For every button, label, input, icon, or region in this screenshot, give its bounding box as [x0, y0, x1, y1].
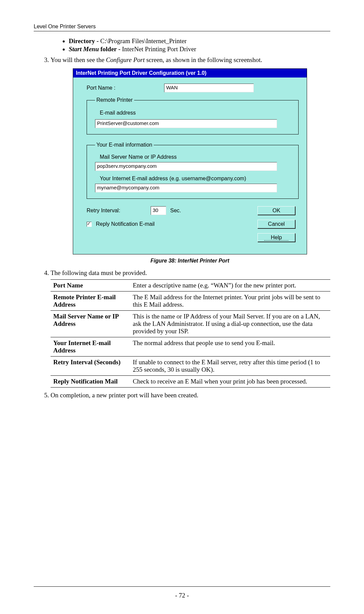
group-your-email: Your E-mail information Mail Server Name…: [87, 142, 299, 199]
bullet-directory: Directory - C:\Program Files\Internet_Pr…: [69, 37, 330, 45]
port-name-label: Port Name :: [87, 85, 164, 91]
retry-label: Retry Interval:: [87, 208, 151, 214]
header-rule: [34, 31, 330, 31]
table-row: Mail Server Name or IP AddressThis is th…: [51, 311, 330, 337]
step-5: On completion, a new printer port will h…: [51, 392, 330, 399]
table-row: Remote Printer E-mail AddressThe E Mail …: [51, 291, 330, 311]
remote-email-label: E-mail address: [100, 110, 292, 116]
reply-label: Reply Notification E-mail: [96, 221, 154, 227]
yourmail-label: Your Internet E-mail address (e.g. usern…: [100, 176, 292, 182]
table-row: Retry Interval (Seconds)If unable to con…: [51, 357, 330, 376]
bullet-label-rest: folder -: [99, 45, 122, 53]
reply-checkbox[interactable]: [87, 222, 92, 227]
step-3: You will then see the Configure Port scr…: [51, 56, 330, 264]
group-remote-printer: Remote Printer E-mail address PrintServe…: [87, 97, 299, 134]
remote-email-input[interactable]: PrintServer@customer.com: [95, 119, 277, 128]
step-4: The following data must be provided. Por…: [51, 269, 330, 388]
port-name-input[interactable]: WAN: [164, 84, 254, 92]
document-page: Level One Printer Servers Directory - C:…: [0, 0, 364, 614]
group-your-legend: Your E-mail information: [95, 142, 154, 148]
parameter-table: Port NameEnter a descriptive name (e.g. …: [51, 279, 330, 388]
footer-rule: [34, 586, 330, 587]
dialog-window: InterNet Printing Port Driver Configurat…: [73, 68, 307, 254]
bullet-startmenu: Start Menu folder - InterNet Printing Po…: [69, 45, 330, 53]
mailserver-label: Mail Server Name or IP Address: [100, 154, 292, 160]
cancel-button[interactable]: Cancel: [257, 220, 295, 228]
retry-input[interactable]: 30: [151, 206, 166, 215]
bullet-value: C:\Program Files\Internet_Printer: [100, 37, 187, 44]
ok-button[interactable]: OK: [257, 206, 295, 215]
group-remote-legend: Remote Printer: [95, 97, 134, 103]
running-header: Level One Printer Servers: [34, 24, 330, 30]
yourmail-input[interactable]: myname@mycompany.com: [95, 184, 277, 192]
table-row: Your Internet E-mail AddressThe normal a…: [51, 337, 330, 357]
help-button[interactable]: Help: [257, 233, 295, 242]
table-row: Port NameEnter a descriptive name (e.g. …: [51, 280, 330, 291]
figure-caption: Figure 38: InterNet Printer Port: [73, 258, 307, 264]
page-number: - 72 -: [0, 592, 364, 599]
mailserver-input[interactable]: pop3serv.mycompany.com: [95, 162, 277, 171]
table-row: Reply Notification MailCheck to receive …: [51, 376, 330, 388]
bullet-label: Directory -: [69, 37, 100, 44]
bullet-label-em: Start Menu: [69, 45, 99, 53]
retry-unit: Sec.: [170, 208, 181, 214]
bullet-value: InterNet Printing Port Driver: [122, 45, 196, 53]
screenshot-figure: InterNet Printing Port Driver Configurat…: [73, 68, 307, 264]
dialog-title-bar: InterNet Printing Port Driver Configurat…: [73, 69, 307, 78]
